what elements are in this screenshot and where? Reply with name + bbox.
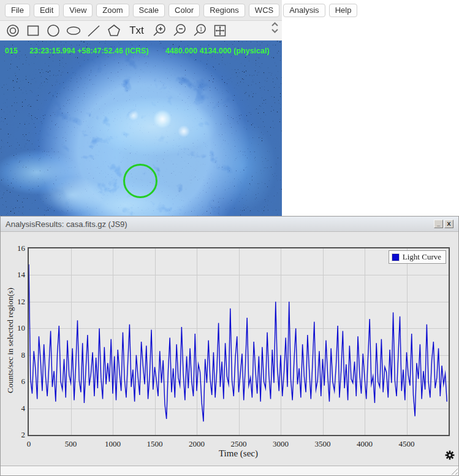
- legend-label: Light Curve: [403, 252, 441, 262]
- text-region-icon[interactable]: Txt: [126, 23, 147, 39]
- y-tick-label: 16: [2, 244, 25, 253]
- circle-region-icon[interactable]: [45, 23, 61, 39]
- menu-edit[interactable]: Edit: [34, 4, 59, 17]
- svg-text:1: 1: [200, 26, 203, 33]
- toolbar: Txt 1: [0, 21, 282, 40]
- menubar: FileEditViewZoomScaleColorRegionsWCSAnal…: [0, 0, 282, 21]
- dialog-titlebar[interactable]: AnalysisResults: casa.fits.gz (JS9) _ X: [1, 217, 458, 232]
- pixel-value: 015: [5, 47, 18, 55]
- dialog-footer: [1, 466, 458, 475]
- x-tick-label: 2500: [231, 439, 247, 449]
- legend-swatch-icon: [392, 253, 400, 261]
- dialog-title: AnalysisResults: casa.fits.gz (JS9): [6, 220, 433, 229]
- pan-icon[interactable]: [212, 23, 228, 39]
- y-tick-label: 4: [2, 404, 25, 413]
- y-tick-label: 8: [2, 350, 25, 360]
- js9-app: FileEditViewZoomScaleColorRegionsWCSAnal…: [0, 0, 459, 476]
- x-axis-label: Time (sec): [219, 448, 258, 459]
- y-tick-label: 14: [2, 270, 25, 280]
- light-curve-canvas: [29, 248, 449, 435]
- minimize-button[interactable]: _: [434, 220, 443, 228]
- zoom-one-icon[interactable]: 1: [192, 23, 208, 39]
- zoom-in-icon[interactable]: [151, 23, 167, 39]
- x-tick-label: 500: [65, 439, 77, 449]
- ellipse-region-icon[interactable]: [66, 23, 82, 39]
- scroll-down-icon[interactable]: [271, 29, 278, 33]
- resize-grip-icon[interactable]: [450, 467, 458, 475]
- y-tick-label: 6: [2, 377, 25, 386]
- scroll-up-icon[interactable]: [271, 22, 278, 26]
- menu-regions[interactable]: Regions: [203, 4, 245, 17]
- zoom-out-icon[interactable]: [172, 23, 188, 39]
- circle-region[interactable]: [123, 164, 157, 198]
- x-tick-label: 1000: [105, 439, 121, 449]
- x-tick-label: 3000: [273, 439, 289, 449]
- plot-area: Light Curve: [28, 247, 450, 436]
- plot-settings-gear-icon[interactable]: [445, 450, 455, 460]
- menu-file[interactable]: File: [5, 4, 30, 17]
- wcs-coordinates: 23:23:15.994 +58:47:52.46 (ICRS): [29, 47, 148, 55]
- annulus-region-icon[interactable]: [5, 23, 21, 39]
- x-tick-label: 4000: [357, 439, 373, 449]
- menu-help[interactable]: Help: [329, 4, 358, 17]
- value-display: 015 23:23:15.994 +58:47:52.46 (ICRS) 448…: [5, 47, 270, 55]
- menu-color[interactable]: Color: [169, 4, 200, 17]
- y-tick-label: 10: [2, 323, 25, 333]
- menu-analysis[interactable]: Analysis: [283, 4, 325, 17]
- x-tick-label: 1500: [147, 439, 163, 449]
- image-display[interactable]: 015 23:23:15.994 +58:47:52.46 (ICRS) 448…: [0, 40, 282, 216]
- menu-wcs[interactable]: WCS: [249, 4, 279, 17]
- x-tick-label: 4500: [399, 439, 415, 449]
- y-tick-label: 2: [2, 430, 25, 440]
- x-tick-label: 3500: [315, 439, 331, 449]
- light-curve-plot: Counts/sec in selected region(s) Light C…: [1, 232, 458, 465]
- x-tick-label: 0: [27, 439, 31, 449]
- menu-view[interactable]: View: [63, 4, 93, 17]
- menu-zoom[interactable]: Zoom: [96, 4, 129, 17]
- close-button[interactable]: X: [444, 220, 453, 228]
- legend: Light Curve: [389, 250, 446, 264]
- x-tick-label: 2000: [189, 439, 205, 449]
- y-tick-label: 12: [2, 297, 25, 307]
- physical-coordinates: 4480.000 4134.000 (physical): [165, 47, 270, 55]
- analysis-results-dialog: AnalysisResults: casa.fits.gz (JS9) _ X …: [0, 216, 459, 476]
- menu-scale[interactable]: Scale: [133, 4, 165, 17]
- toolbar-scroll: [271, 22, 278, 33]
- box-region-icon[interactable]: [25, 23, 41, 39]
- polygon-region-icon[interactable]: [106, 23, 122, 39]
- line-region-icon[interactable]: [86, 23, 102, 39]
